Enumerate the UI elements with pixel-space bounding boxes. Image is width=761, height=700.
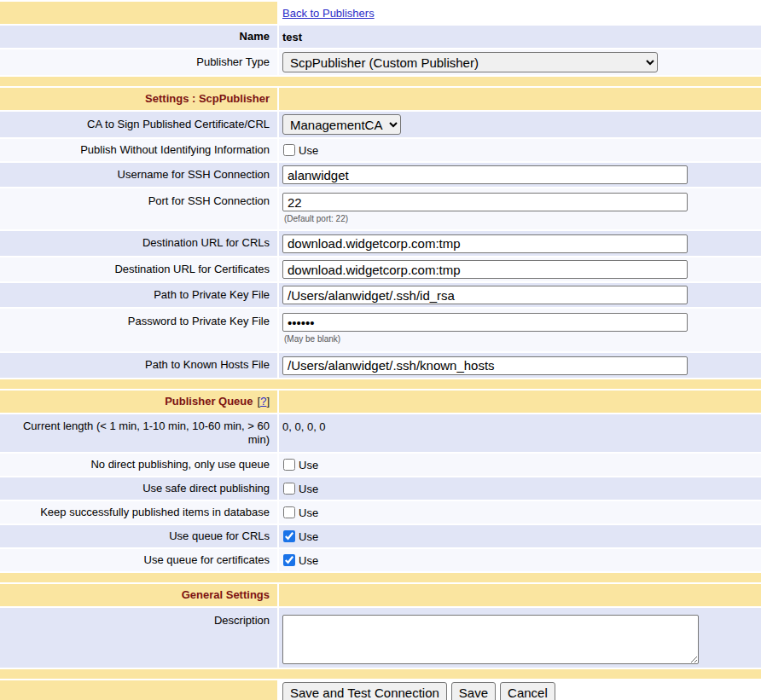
description-textarea[interactable] bbox=[282, 615, 699, 664]
known-hosts-label: Path to Known Hosts File bbox=[0, 353, 277, 378]
queue-certs-cell: Use bbox=[279, 549, 761, 571]
queue-section-spacer bbox=[279, 390, 761, 413]
description-cell bbox=[279, 608, 761, 668]
back-to-publishers-link[interactable]: Back to Publishers bbox=[282, 7, 375, 20]
anonymous-label: Publish Without Identifying Information bbox=[0, 139, 277, 161]
private-key-password-input[interactable] bbox=[282, 313, 688, 332]
ca-sign-cell: ManagementCA bbox=[279, 112, 761, 137]
top-left-spacer bbox=[0, 2, 277, 24]
publisher-form: Back to Publishers Name test Publisher T… bbox=[0, 0, 761, 700]
publisher-type-select[interactable]: ScpPublisher (Custom Publisher) bbox=[282, 52, 658, 72]
safe-direct-publishing-label: Use safe direct publishing bbox=[0, 477, 277, 500]
no-direct-publishing-checkbox-label: Use bbox=[299, 459, 318, 471]
known-hosts-cell bbox=[279, 353, 761, 378]
username-input[interactable] bbox=[282, 165, 688, 184]
footer-left-spacer bbox=[0, 680, 277, 700]
private-key-password-cell: (May be blank) bbox=[279, 309, 761, 351]
save-and-test-button[interactable]: Save and Test Connection bbox=[282, 682, 447, 700]
password-blank-note: (May be blank) bbox=[282, 334, 340, 344]
queue-crls-checkbox[interactable] bbox=[283, 530, 295, 542]
private-key-password-label: Password to Private Key File bbox=[0, 309, 277, 351]
help-bracket-close: ] bbox=[266, 395, 270, 408]
footer-actions: Save and Test Connection Save Cancel bbox=[279, 680, 761, 700]
queue-section-title: Publisher Queue bbox=[165, 395, 253, 408]
queue-length-value: 0, 0, 0, 0 bbox=[279, 414, 761, 452]
private-key-label: Path to Private Key File bbox=[0, 283, 277, 307]
anonymous-checkbox-label: Use bbox=[299, 144, 318, 157]
no-direct-publishing-label: No direct publishing, only use queue bbox=[0, 454, 277, 476]
section-separator bbox=[0, 573, 761, 582]
name-label: Name bbox=[0, 26, 277, 48]
keep-published-cell: Use bbox=[279, 501, 761, 524]
port-input[interactable] bbox=[282, 193, 688, 211]
queue-certs-checkbox[interactable] bbox=[283, 554, 295, 566]
port-default-note: (Default port: 22) bbox=[282, 214, 348, 223]
publisher-edit-page: Back to Publishers Name test Publisher T… bbox=[0, 0, 761, 700]
ca-sign-select[interactable]: ManagementCA bbox=[282, 114, 401, 135]
general-section-spacer bbox=[279, 584, 761, 606]
queue-help-link[interactable]: ? bbox=[260, 395, 266, 408]
cert-url-input[interactable] bbox=[282, 260, 688, 279]
port-label: Port for SSH Connection bbox=[0, 188, 277, 229]
anonymous-cell: Use bbox=[279, 139, 761, 161]
keep-published-checkbox-label: Use bbox=[299, 506, 318, 519]
section-separator bbox=[0, 379, 761, 389]
queue-crls-cell: Use bbox=[279, 525, 761, 547]
port-cell: (Default port: 22) bbox=[279, 188, 761, 229]
username-cell bbox=[279, 163, 761, 187]
cert-url-cell bbox=[279, 257, 761, 281]
settings-section-spacer bbox=[279, 88, 761, 110]
known-hosts-input[interactable] bbox=[282, 356, 688, 375]
username-label: Username for SSH Connection bbox=[0, 163, 277, 187]
crl-url-input[interactable] bbox=[282, 234, 688, 253]
private-key-cell bbox=[279, 283, 761, 307]
general-section-title: General Settings bbox=[0, 584, 277, 606]
section-separator bbox=[0, 77, 761, 86]
queue-crls-checkbox-label: Use bbox=[299, 530, 318, 543]
cancel-button[interactable]: Cancel bbox=[500, 682, 555, 700]
description-label: Description bbox=[0, 608, 277, 668]
queue-certs-label: Use queue for certificates bbox=[0, 549, 277, 571]
queue-crls-label: Use queue for CRLs bbox=[0, 525, 277, 547]
safe-direct-publishing-checkbox[interactable] bbox=[283, 483, 295, 495]
no-direct-publishing-cell: Use bbox=[279, 454, 761, 476]
safe-direct-publishing-checkbox-label: Use bbox=[299, 483, 318, 495]
queue-length-label: Current length (< 1 min, 1-10 min, 10-60… bbox=[0, 414, 277, 452]
save-button[interactable]: Save bbox=[451, 682, 496, 700]
publisher-type-label: Publisher Type bbox=[0, 49, 277, 75]
safe-direct-publishing-cell: Use bbox=[279, 477, 761, 500]
cert-url-label: Destination URL for Certificates bbox=[0, 257, 277, 281]
name-value: test bbox=[279, 26, 761, 48]
back-link-cell: Back to Publishers bbox=[279, 2, 761, 24]
anonymous-checkbox[interactable] bbox=[283, 144, 295, 156]
queue-certs-checkbox-label: Use bbox=[299, 554, 318, 567]
ca-sign-label: CA to Sign Published Certificate/CRL bbox=[0, 112, 277, 137]
settings-section-title: Settings : ScpPublisher bbox=[0, 88, 277, 110]
keep-published-checkbox[interactable] bbox=[283, 506, 295, 518]
crl-url-cell bbox=[279, 231, 761, 256]
no-direct-publishing-checkbox[interactable] bbox=[283, 459, 295, 471]
private-key-input[interactable] bbox=[282, 286, 688, 304]
queue-section-title-cell: Publisher Queue [ ? ] bbox=[0, 390, 277, 413]
publisher-type-cell: ScpPublisher (Custom Publisher) bbox=[279, 49, 761, 75]
section-separator bbox=[0, 669, 761, 679]
keep-published-label: Keep successfully published items in dat… bbox=[0, 501, 277, 524]
crl-url-label: Destination URL for CRLs bbox=[0, 231, 277, 256]
